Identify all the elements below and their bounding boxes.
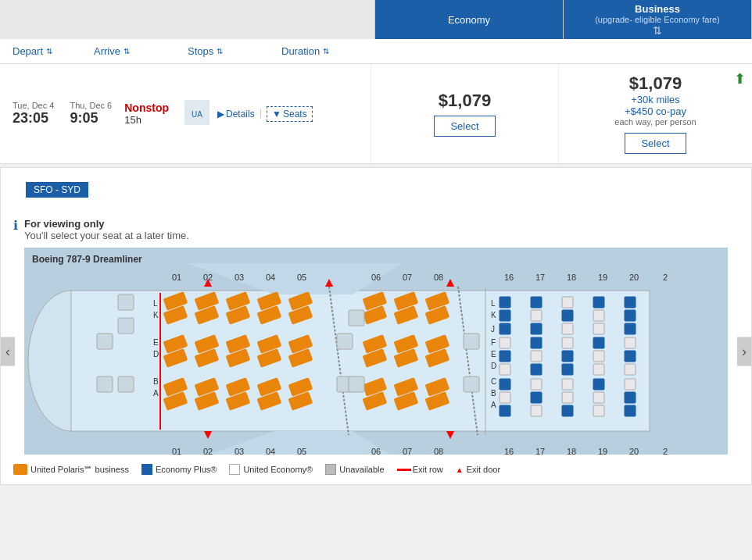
svg-text:19: 19 — [598, 273, 607, 282]
depart-sort-icon: ⇅ — [46, 47, 52, 55]
svg-rect-125 — [562, 405, 573, 416]
svg-marker-132 — [204, 431, 212, 439]
svg-text:K: K — [153, 311, 159, 319]
svg-rect-97 — [625, 323, 636, 334]
svg-rect-120 — [562, 392, 573, 403]
stops-sort-icon: ⇅ — [217, 47, 223, 55]
svg-rect-147 — [464, 376, 479, 392]
svg-text:20: 20 — [629, 447, 639, 455]
svg-text:16: 16 — [504, 273, 514, 282]
svg-rect-116 — [593, 379, 604, 390]
nav-arrow-right[interactable]: › — [737, 337, 751, 366]
duration-text: 15h — [124, 114, 169, 126]
route-badge: SFO - SYD — [26, 182, 88, 198]
svg-text:08: 08 — [434, 447, 443, 455]
svg-rect-109 — [531, 364, 542, 375]
svg-rect-106 — [593, 351, 604, 362]
svg-rect-111 — [593, 364, 604, 375]
svg-text:08: 08 — [434, 273, 443, 282]
column-headers: Depart ⇅ Arrive ⇅ Stops ⇅ Duration ⇅ — [0, 39, 752, 64]
col-depart[interactable]: Depart ⇅ — [0, 45, 94, 57]
miles-text: +30k miles — [631, 94, 680, 105]
svg-rect-139 — [118, 294, 134, 310]
svg-rect-144 — [349, 310, 364, 326]
svg-rect-115 — [562, 379, 573, 390]
viewing-sub: You'll select your seat at a later time. — [24, 230, 189, 241]
unavail-swatch — [325, 464, 336, 475]
svg-text:07: 07 — [403, 447, 412, 455]
tab-economy[interactable]: Economy — [375, 0, 564, 39]
svg-text:18: 18 — [567, 447, 576, 455]
legend-exit-door: ▲ Exit door — [456, 465, 500, 474]
svg-text:03: 03 — [235, 447, 244, 455]
svg-rect-93 — [500, 323, 510, 334]
svg-text:19: 19 — [598, 447, 607, 455]
col-arrive[interactable]: Arrive ⇅ — [94, 45, 188, 57]
svg-text:2: 2 — [663, 447, 668, 455]
economy-swatch — [229, 464, 240, 475]
svg-rect-95 — [562, 323, 573, 334]
svg-text:2: 2 — [663, 273, 668, 282]
seats-button[interactable]: ▼ Seats — [267, 106, 313, 122]
svg-rect-108 — [500, 364, 510, 375]
exit-row-label: Exit row — [413, 465, 443, 474]
svg-text:C: C — [491, 377, 496, 386]
legend-economy: United Economy® — [229, 464, 313, 475]
svg-marker-131 — [446, 279, 454, 287]
svg-text:D: D — [491, 362, 496, 370]
svg-rect-94 — [531, 323, 542, 334]
svg-text:K: K — [491, 311, 496, 319]
svg-rect-119 — [531, 392, 542, 403]
svg-rect-98 — [500, 337, 510, 348]
economy-price-cell: $1,079 Select — [371, 64, 559, 163]
svg-text:04: 04 — [266, 447, 275, 455]
flight-times: Tue, Dec 4 23:05 — [13, 101, 54, 127]
col-duration[interactable]: Duration ⇅ — [281, 45, 375, 57]
svg-text:07: 07 — [403, 273, 412, 282]
svg-rect-146 — [464, 334, 479, 349]
svg-text:01: 01 — [172, 447, 181, 455]
svg-rect-121 — [593, 392, 604, 403]
svg-rect-86 — [593, 297, 604, 308]
svg-text:F: F — [491, 338, 496, 347]
polaris-label: United Polaris℠ business — [30, 465, 129, 475]
nav-arrow-left[interactable]: ‹ — [1, 337, 15, 366]
legend-eplus: Economy Plus® — [141, 464, 217, 475]
svg-rect-84 — [531, 297, 542, 308]
svg-text:D: D — [153, 350, 159, 358]
svg-rect-112 — [625, 364, 636, 375]
exit-door-label: Exit door — [467, 465, 500, 474]
svg-rect-127 — [625, 405, 636, 416]
eplus-label: Economy Plus® — [156, 465, 217, 474]
svg-marker-133 — [446, 431, 454, 439]
arrive-times: Thu, Dec 6 9:05 — [70, 101, 112, 127]
svg-rect-141 — [118, 376, 134, 392]
svg-rect-96 — [593, 323, 604, 334]
details-seats: ▶ Details | ▼ Seats — [217, 106, 313, 122]
svg-rect-100 — [562, 337, 573, 348]
economy-select-button[interactable]: Select — [434, 116, 495, 137]
svg-text:B: B — [491, 389, 496, 398]
economy-label: United Economy® — [243, 465, 313, 474]
svg-rect-87 — [625, 297, 636, 308]
details-button[interactable]: ▶ Details — [217, 106, 255, 122]
svg-rect-101 — [593, 337, 604, 348]
svg-rect-145 — [349, 376, 364, 392]
legend-exit-row: Exit row — [397, 465, 443, 474]
business-select-button[interactable]: Select — [625, 133, 686, 154]
svg-text:A: A — [491, 401, 496, 409]
upgrade-icon: ⬆ — [734, 70, 746, 87]
legend-unavail: Unavailable — [325, 464, 384, 475]
svg-text:04: 04 — [266, 273, 275, 282]
svg-rect-85 — [562, 297, 573, 308]
legend-polaris: United Polaris℠ business — [13, 464, 129, 475]
tab-business[interactable]: Business (upgrade- eligible Economy fare… — [564, 0, 752, 39]
svg-rect-142 — [337, 334, 353, 349]
svg-text:L: L — [491, 299, 496, 308]
viewing-title: For viewing only — [24, 218, 189, 230]
col-stops[interactable]: Stops ⇅ — [188, 45, 281, 57]
arrive-sort-icon: ⇅ — [124, 47, 130, 55]
svg-text:17: 17 — [535, 447, 545, 455]
flight-row: Tue, Dec 4 23:05 Thu, Dec 6 9:05 Nonstop… — [0, 64, 752, 164]
svg-rect-102 — [625, 337, 636, 348]
